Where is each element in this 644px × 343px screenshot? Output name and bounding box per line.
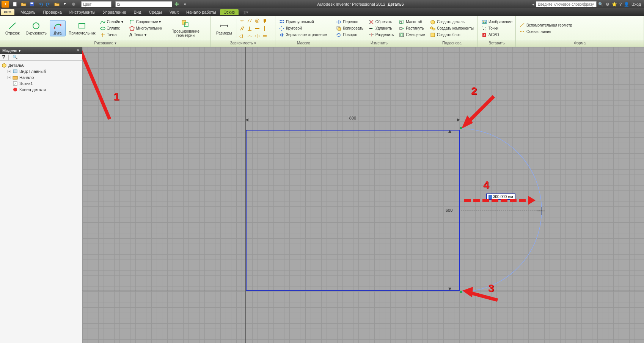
constraint-perpendicular-icon[interactable] [246, 25, 253, 32]
menu-manage[interactable]: Управление [99, 9, 130, 15]
fillet-button[interactable]: Сопряжение ▾ [128, 19, 164, 25]
pro-badge[interactable]: PRO [1, 9, 14, 15]
binoculars-icon[interactable]: 🔍 [13, 55, 18, 60]
login-link[interactable]: Вход [631, 2, 641, 7]
rectangle-button[interactable]: Прямоугольник [66, 20, 99, 36]
qat-plus-icon[interactable]: ✚ [173, 1, 181, 8]
keyword-search-input[interactable] [536, 1, 597, 7]
constraint-symmetric-icon[interactable] [254, 33, 261, 39]
insert-acad-button[interactable]: AACAD [480, 32, 514, 38]
make-block-button[interactable]: Создать блок [429, 32, 475, 38]
svg-text:A: A [484, 34, 485, 36]
ellipse-button[interactable]: Эллипс [99, 25, 125, 31]
qat-select-icon[interactable] [61, 1, 69, 8]
constraint-parallel-icon[interactable] [239, 25, 245, 32]
scale-button[interactable]: Масштаб [397, 19, 426, 25]
menu-tools[interactable]: Инструменты [66, 9, 99, 15]
fx-label: fx [116, 2, 122, 6]
sys-icon[interactable]: ⭐ [612, 2, 617, 7]
sys-icon[interactable]: ⚙ [606, 2, 609, 7]
menu-extra-icon[interactable]: ◫▾ [239, 9, 252, 16]
menu-inspect[interactable]: Проверка [39, 9, 65, 15]
cursor-crosshair-icon [537, 207, 545, 215]
insert-image-button[interactable]: Изображение [480, 19, 514, 25]
project-geometry-button[interactable]: Проецирование геометрии [168, 19, 203, 38]
axis-horizontal [82, 291, 644, 291]
tree-end[interactable]: Конец детали [2, 87, 80, 93]
line-button[interactable]: Отрезок [2, 20, 23, 36]
arc-button[interactable]: Дуга [50, 20, 66, 36]
browser-header[interactable]: Модель ▾✕ [0, 47, 82, 54]
pattern-rect-button[interactable]: Прямоугольный [278, 19, 328, 25]
user-icon[interactable]: 👤 [624, 2, 629, 7]
constraint-fix-icon[interactable] [261, 17, 268, 24]
qat-down-icon[interactable]: ▾ [181, 1, 189, 8]
constraint-equal-icon[interactable] [261, 33, 268, 39]
constraint-horizontal-icon[interactable] [254, 25, 261, 32]
centerline-button[interactable]: Осевая линия [518, 28, 574, 35]
qat-more-icon[interactable] [53, 1, 61, 8]
svg-point-58 [485, 27, 485, 28]
qat-undo-icon[interactable] [36, 1, 44, 8]
tree-root[interactable]: Деталь6 [2, 62, 80, 68]
menu-getstarted[interactable]: Начало работы [182, 9, 220, 15]
menu-env[interactable]: Среды [145, 9, 165, 15]
dimension-horizontal[interactable]: 800 [245, 117, 460, 123]
menu-view[interactable]: Вид [130, 9, 145, 15]
qat-open-icon[interactable] [20, 1, 27, 8]
svg-rect-41 [338, 28, 341, 30]
qat-material-icon[interactable] [70, 1, 77, 8]
make-part-button[interactable]: Создать деталь [429, 19, 475, 25]
copy-button[interactable]: Копировать [335, 25, 365, 31]
trim-button[interactable]: Обрезать [367, 19, 395, 25]
polygon-button[interactable]: Многоугольник [128, 25, 164, 31]
offset-button[interactable]: Смещение [397, 32, 426, 38]
constraint-smooth-icon[interactable] [246, 33, 253, 39]
menu-sketch[interactable]: Эскиз [220, 9, 239, 15]
qat-save-icon[interactable] [28, 1, 36, 8]
app-icon[interactable]: I [2, 1, 9, 8]
move-button[interactable]: Перенос [335, 19, 365, 25]
stretch-button[interactable]: Растянуть [397, 25, 426, 31]
constraint-concentric-icon[interactable] [254, 17, 261, 24]
circle-button[interactable]: Окружность [23, 20, 50, 36]
panel-title-drawing[interactable]: Рисование ▾ [0, 41, 210, 47]
filter-icon[interactable]: ∇ [2, 55, 5, 60]
point-button[interactable]: Точка [99, 32, 125, 38]
make-components-button[interactable]: Создать компоненты [429, 25, 475, 31]
pattern-circ-button[interactable]: Круговой [278, 25, 328, 31]
tree-view[interactable]: +Вид: Главный [2, 68, 80, 74]
tree-sketch[interactable]: Эскиз1 [2, 80, 80, 87]
constraint-vertical-icon[interactable] [261, 25, 268, 32]
constraint-coincident-icon[interactable] [239, 17, 245, 24]
text-button[interactable]: AТекст ▾ [128, 32, 164, 38]
browser-close-icon[interactable]: ✕ [77, 49, 80, 52]
rotate-button[interactable]: Поворот [335, 32, 365, 38]
qat-new-icon[interactable] [11, 1, 19, 8]
menu-vault[interactable]: Vault [166, 9, 182, 15]
sys-icon[interactable]: ? [619, 2, 622, 7]
sketch-canvas[interactable]: 800 600 300,000 мм 1 2 3 4 [82, 47, 644, 343]
dimension-input[interactable]: 300,000 мм [486, 194, 515, 200]
ribbon: Отрезок Окружность Дуга Прямоугольник Сп… [0, 16, 644, 47]
insert-points-button[interactable]: Точки [480, 25, 514, 31]
constraint-collinear-icon[interactable] [246, 17, 253, 24]
dimension-button[interactable]: Размеры [213, 20, 235, 36]
construction-button[interactable]: Вспомогательная геометр [518, 22, 574, 28]
fx-input[interactable]: fx [115, 1, 172, 7]
search-go-icon[interactable]: 🔍 [598, 2, 603, 7]
qat-redo-icon[interactable] [45, 1, 52, 8]
menu-model[interactable]: Модель [17, 9, 39, 15]
split-button[interactable]: Разделить [367, 32, 395, 38]
search-prev-icon[interactable]: ◂ [532, 2, 534, 7]
extend-button[interactable]: Удлинить [367, 25, 395, 31]
dimension-vertical[interactable]: 600 [447, 130, 452, 291]
mirror-button[interactable]: Зеркальное отражение [278, 32, 328, 38]
constraint-tangent-icon[interactable] [239, 33, 245, 39]
sketch-rectangle[interactable] [246, 130, 460, 291]
panel-title-constraint[interactable]: Зависимость ▾ [211, 41, 275, 47]
tree-origin[interactable]: +Начало [2, 74, 80, 80]
color-dropdown[interactable] [81, 1, 112, 7]
panel-title-insert: Вставить [478, 41, 515, 47]
spline-button[interactable]: Сплайн ▾ [99, 19, 125, 25]
